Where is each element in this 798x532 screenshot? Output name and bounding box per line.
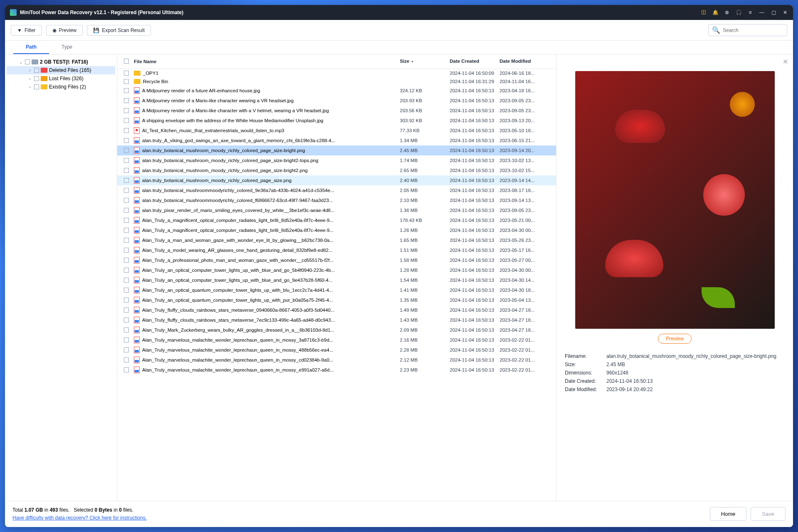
- table-row[interactable]: alan.truly_botanical_mushroommoodyrichly…: [117, 185, 556, 195]
- checkbox[interactable]: [25, 59, 30, 64]
- table-row[interactable]: A Midjourney render of a Mario-like char…: [117, 106, 556, 116]
- tree-existing-files[interactable]: › Existing Files (2): [7, 83, 115, 91]
- table-row[interactable]: alan.truly_botanical_mushroommoodyrichly…: [117, 195, 556, 205]
- table-row[interactable]: alan.truly_botanical_mushroom_moody_rich…: [117, 175, 556, 185]
- table-row[interactable]: Recycle Bin2024-11-04 16:31:292024-11-04…: [117, 77, 556, 86]
- row-checkbox[interactable]: [124, 298, 129, 303]
- checkbox[interactable]: [34, 68, 39, 73]
- menu-icon[interactable]: ≡: [747, 10, 753, 15]
- row-checkbox[interactable]: [124, 308, 129, 313]
- key-icon[interactable]: ⚿: [701, 10, 707, 15]
- col-filename[interactable]: File Name: [134, 59, 400, 64]
- tree-root[interactable]: ⌄ 2 GB TEST(I: FAT16): [7, 58, 115, 66]
- checkbox[interactable]: [34, 76, 39, 81]
- row-checkbox[interactable]: [124, 288, 129, 293]
- table-row[interactable]: alan.truly_botanical_mushroom_moody_rich…: [117, 145, 556, 155]
- headset-icon[interactable]: 🎧: [736, 10, 741, 15]
- table-row[interactable]: Alan_Truly_an_optical_computer_tower_lig…: [117, 265, 556, 275]
- row-checkbox[interactable]: [124, 357, 129, 362]
- preview-button[interactable]: ◉Preview: [46, 25, 83, 36]
- row-checkbox[interactable]: [124, 248, 129, 253]
- row-checkbox[interactable]: [124, 367, 129, 372]
- table-row[interactable]: Alan_Truly_marvelous_malachite_wonder_le…: [117, 335, 556, 345]
- table-row[interactable]: Alan_Truly_Mark_Zuckerberg_wears_bulky_A…: [117, 325, 556, 335]
- table-row[interactable]: Alan_Truly_a_man_and_woman_gaze_with_won…: [117, 235, 556, 245]
- row-checkbox[interactable]: [124, 79, 129, 84]
- table-row[interactable]: Alan_Truly_marvelous_malachite_wonder_le…: [117, 345, 556, 355]
- table-row[interactable]: A shipping envelope with the address of …: [117, 116, 556, 126]
- row-checkbox[interactable]: [124, 108, 129, 113]
- row-checkbox[interactable]: [124, 318, 129, 323]
- chevron-right-icon[interactable]: ›: [27, 76, 32, 81]
- row-checkbox[interactable]: [124, 268, 129, 273]
- close-icon[interactable]: ✕: [782, 10, 788, 15]
- grid-body[interactable]: _OPY12024-11-04 16:50:092024-06-16 18...…: [117, 69, 556, 501]
- table-row[interactable]: Alan_Truly_marvelous_malachite_wonder_le…: [117, 355, 556, 365]
- table-row[interactable]: Alan_Truly_a_magnificent_optical_compute…: [117, 215, 556, 225]
- table-row[interactable]: AI_Test_Kitchen_music_that_extraterrestr…: [117, 126, 556, 135]
- row-checkbox[interactable]: [124, 337, 129, 342]
- row-checkbox[interactable]: [124, 148, 129, 153]
- row-checkbox[interactable]: [124, 347, 129, 352]
- open-preview-button[interactable]: Preview: [658, 334, 692, 344]
- row-checkbox[interactable]: [124, 188, 129, 193]
- row-checkbox[interactable]: [124, 218, 129, 223]
- tab-path[interactable]: Path: [13, 41, 49, 54]
- table-row[interactable]: A Midjourney render of a future AR-enhan…: [117, 86, 556, 96]
- maximize-icon[interactable]: ▢: [771, 10, 776, 15]
- tree-deleted-files[interactable]: › Deleted Files (165): [7, 66, 115, 74]
- home-button[interactable]: Home: [710, 507, 747, 521]
- col-size[interactable]: Size ▼: [400, 59, 450, 64]
- row-checkbox[interactable]: [124, 88, 129, 93]
- row-checkbox[interactable]: [124, 138, 129, 143]
- table-row[interactable]: alan.truly_botanical_mushroom_moody_rich…: [117, 165, 556, 175]
- col-modified[interactable]: Date Modified: [500, 59, 549, 64]
- table-row[interactable]: _OPY12024-11-04 16:50:092024-06-16 18...: [117, 69, 556, 77]
- export-button[interactable]: 💾Export Scan Result: [87, 25, 151, 36]
- table-row[interactable]: Alan_Truly_an_optical_computer_tower_lig…: [117, 275, 556, 285]
- table-row[interactable]: A Midjourney render of a Mario-like char…: [117, 96, 556, 106]
- row-checkbox[interactable]: [124, 238, 129, 243]
- search-input[interactable]: [723, 27, 785, 33]
- table-row[interactable]: Alan_Truly_a_model_wearing_AR_glasses_on…: [117, 245, 556, 255]
- table-row[interactable]: alan.truly_pixar_render_of_mario_smiling…: [117, 205, 556, 215]
- table-row[interactable]: Alan_Truly_a_professional_photo_man_and_…: [117, 255, 556, 265]
- table-row[interactable]: Alan_Truly_fluffy_clouds_rainbows_stars_…: [117, 305, 556, 315]
- row-checkbox[interactable]: [124, 128, 129, 133]
- col-created[interactable]: Date Created: [450, 59, 500, 64]
- chevron-down-icon[interactable]: ⌄: [18, 60, 23, 64]
- row-checkbox[interactable]: [124, 118, 129, 123]
- row-checkbox[interactable]: [124, 71, 129, 76]
- select-all-checkbox[interactable]: [124, 59, 129, 64]
- row-checkbox[interactable]: [124, 278, 129, 283]
- tree-lost-files[interactable]: › Lost Files (326): [7, 74, 115, 83]
- row-checkbox[interactable]: [124, 258, 129, 263]
- table-row[interactable]: Alan_Truly_fluffy_clouds_rainbows_stars_…: [117, 315, 556, 325]
- row-checkbox[interactable]: [124, 228, 129, 233]
- table-row[interactable]: alan.truly_A_viking_god_swings_an_axe_to…: [117, 135, 556, 145]
- filter-button[interactable]: ▼Filter: [11, 25, 42, 36]
- checkbox[interactable]: [34, 84, 39, 89]
- table-row[interactable]: alan.truly_botanical_mushroom_moody_rich…: [117, 155, 556, 165]
- close-circle-icon[interactable]: ⊗: [724, 10, 730, 15]
- help-link[interactable]: Have difficulty with data recovery? Clic…: [12, 515, 147, 521]
- row-checkbox[interactable]: [124, 178, 129, 183]
- bell-icon[interactable]: 🔔: [712, 10, 718, 15]
- chevron-right-icon[interactable]: ›: [27, 85, 32, 89]
- chevron-right-icon[interactable]: ›: [27, 68, 32, 73]
- row-checkbox[interactable]: [124, 168, 129, 173]
- tab-type[interactable]: Type: [49, 41, 85, 54]
- table-row[interactable]: Alan_Truly_an_optical_quantum_computer_t…: [117, 285, 556, 295]
- save-button[interactable]: Save: [751, 507, 786, 521]
- row-checkbox[interactable]: [124, 208, 129, 213]
- row-checkbox[interactable]: [124, 158, 129, 163]
- close-preview-icon[interactable]: ✕: [783, 58, 788, 66]
- row-checkbox[interactable]: [124, 328, 129, 332]
- row-checkbox[interactable]: [124, 198, 129, 203]
- table-row[interactable]: Alan_Truly_a_magnificent_optical_compute…: [117, 225, 556, 235]
- row-checkbox[interactable]: [124, 98, 129, 103]
- search-box[interactable]: 🔍: [708, 24, 787, 36]
- minimize-icon[interactable]: —: [759, 10, 765, 15]
- table-row[interactable]: Alan_Truly_an_optical_quantum_computer_t…: [117, 295, 556, 305]
- table-row[interactable]: Alan_Truly_marvelous_malachite_wonder_le…: [117, 365, 556, 375]
